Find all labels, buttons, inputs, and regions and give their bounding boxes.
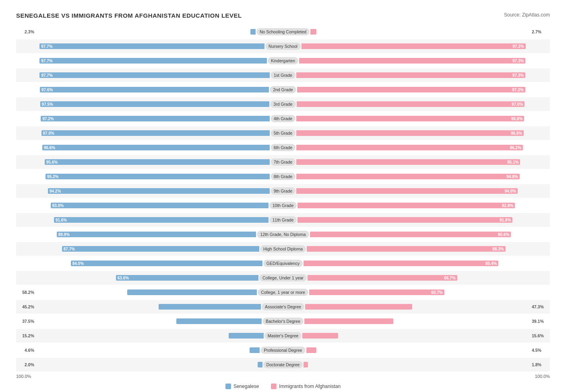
- pink-bar-label: 96.2%: [510, 146, 521, 150]
- pink-bar: 90.6%: [310, 232, 511, 237]
- center-label: GED/Equivalency: [263, 260, 303, 267]
- pink-bar: 91.8%: [297, 217, 512, 223]
- blue-bar-label: 96.6%: [44, 146, 55, 150]
- pink-bar: [306, 347, 316, 353]
- left-value: 2.0%: [16, 362, 34, 367]
- right-value: 4.5%: [532, 348, 550, 353]
- pink-bar: [302, 333, 338, 339]
- blue-bar-label: 97.7%: [41, 59, 52, 63]
- pink-bar-label: 96.6%: [511, 131, 522, 135]
- pink-bar: [310, 29, 316, 35]
- table-row: 97.0%5th Grade96.6%: [16, 126, 550, 140]
- pink-bar-label: 97.2%: [512, 88, 523, 92]
- blue-bar: 87.7%: [62, 246, 259, 252]
- legend-box-pink: [271, 384, 277, 389]
- blue-bar: 95.2%: [45, 174, 270, 179]
- pink-bar-label: 94.0%: [505, 189, 516, 193]
- table-row: 95.2%8th Grade94.8%: [16, 170, 550, 183]
- pink-bar-label: 85.4%: [485, 261, 497, 266]
- pink-bar: 96.2%: [296, 145, 523, 150]
- left-value: 4.6%: [16, 348, 34, 353]
- chart-body: 2.3%No Schooling Completed2.7%97.7%Nurse…: [16, 25, 550, 371]
- pink-bar: [305, 304, 412, 310]
- table-row: 15.2%Master's Degree15.6%: [16, 329, 550, 343]
- center-label: Nursery School: [265, 43, 301, 50]
- table-row: 97.7%Kindergarten97.3%: [16, 54, 550, 68]
- table-row: 97.7%Nursery School97.3%: [16, 39, 550, 53]
- blue-bar-label: 91.6%: [56, 218, 67, 222]
- center-label: Doctorate Degree: [263, 361, 303, 368]
- pink-bar: 96.6%: [296, 130, 524, 136]
- pink-bar: 60.7%: [309, 289, 444, 295]
- blue-bar: 95.6%: [45, 159, 270, 165]
- blue-bar: 91.6%: [54, 217, 269, 223]
- center-label: Master's Degree: [264, 332, 302, 339]
- axis-labels: 100.0% 100.0%: [16, 374, 550, 379]
- pink-bar: 97.3%: [302, 43, 526, 49]
- pink-bar-label: 90.6%: [498, 232, 509, 237]
- right-value: 47.3%: [532, 304, 550, 309]
- pink-bar-label: 97.3%: [512, 44, 524, 49]
- center-label: 9th Grade: [271, 187, 296, 195]
- blue-bar: 89.9%: [57, 232, 256, 237]
- center-label: High School Diploma: [260, 245, 306, 252]
- blue-bar: 97.0%: [41, 130, 270, 136]
- pink-bar: 97.3%: [299, 58, 525, 64]
- table-row: 93.0%10th Grade92.8%: [16, 199, 550, 212]
- blue-bar-label: 97.7%: [41, 44, 52, 49]
- right-value: 15.6%: [532, 333, 550, 338]
- blue-bar: 97.7%: [39, 58, 267, 64]
- legend-item-pink: Immigrants from Afghanistan: [271, 384, 341, 389]
- center-label: 7th Grade: [271, 158, 296, 166]
- blue-bar: [258, 362, 262, 367]
- pink-bar: 96.8%: [296, 116, 524, 121]
- pink-bar: 97.3%: [296, 72, 525, 78]
- table-row: 91.6%11th Grade91.8%: [16, 213, 550, 227]
- center-label: 2nd Grade: [270, 86, 296, 93]
- pink-bar: [304, 318, 393, 324]
- table-row: 45.2%Associate's Degree47.3%: [16, 300, 550, 314]
- center-label: 11th Grade: [269, 216, 297, 224]
- table-row: 97.2%4th Grade96.8%: [16, 112, 550, 125]
- blue-bar-label: 87.7%: [64, 247, 75, 251]
- blue-bar-label: 95.2%: [47, 174, 58, 179]
- table-row: 4.6%Professional Degree4.5%: [16, 343, 550, 357]
- blue-bar-label: 84.0%: [72, 261, 84, 266]
- blue-bar: 97.2%: [41, 116, 269, 121]
- blue-bar-label: 97.2%: [42, 117, 54, 121]
- blue-bar: 97.5%: [40, 101, 270, 107]
- blue-bar: [159, 304, 261, 310]
- table-row: 58.2%College, 1 year or more60.7%: [16, 285, 550, 299]
- blue-bar: 94.2%: [48, 188, 270, 194]
- left-value: 15.2%: [16, 333, 34, 338]
- pink-bar-label: 88.3%: [492, 247, 504, 251]
- pink-bar-label: 94.8%: [506, 174, 518, 179]
- blue-bar: 97.6%: [40, 87, 269, 92]
- left-value: 58.2%: [16, 290, 34, 295]
- center-label: 10th Grade: [269, 202, 297, 209]
- center-label: 4th Grade: [271, 115, 296, 122]
- center-label: College, Under 1 year: [259, 274, 307, 281]
- pink-bar: 85.4%: [304, 261, 498, 266]
- center-label: 6th Grade: [271, 144, 296, 151]
- table-row: 97.7%1st Grade97.3%: [16, 68, 550, 82]
- blue-bar: 96.6%: [42, 145, 270, 150]
- center-label: No Schooling Completed: [256, 28, 310, 35]
- blue-bar: [229, 333, 264, 339]
- right-value: 39.1%: [532, 319, 550, 324]
- blue-bar: [250, 29, 256, 35]
- table-row: 97.5%3rd Grade97.0%: [16, 97, 550, 111]
- pink-bar: 94.0%: [296, 188, 518, 194]
- blue-bar: [176, 318, 262, 324]
- table-row: 2.0%Doctorate Degree1.8%: [16, 358, 550, 371]
- center-label: 12th Grade, No Diploma: [257, 231, 309, 238]
- blue-bar: [127, 289, 257, 295]
- blue-bar-label: 93.0%: [52, 203, 64, 208]
- blue-bar: 84.0%: [71, 261, 262, 266]
- center-label: Professional Degree: [260, 347, 305, 354]
- pink-bar-label: 60.7%: [431, 290, 442, 295]
- blue-bar-label: 89.9%: [58, 232, 70, 237]
- right-value: 1.8%: [532, 362, 550, 367]
- blue-bar-label: 95.6%: [46, 160, 58, 164]
- pink-bar-label: 91.8%: [500, 218, 511, 222]
